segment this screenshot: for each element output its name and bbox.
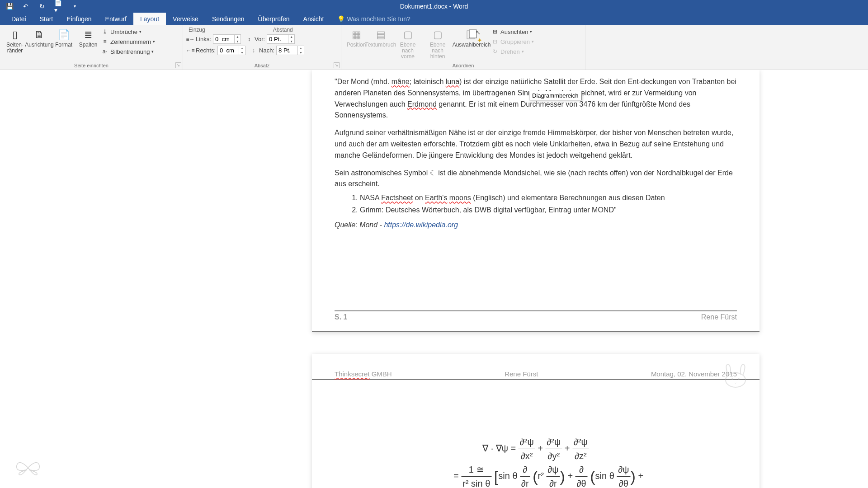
footer-author: Rene Fürst <box>701 313 737 321</box>
group-button: ⊡ Gruppieren ▾ <box>491 38 534 46</box>
group-label: Anordnen <box>341 63 585 68</box>
group-label: Seite einrichten <box>0 63 183 68</box>
align-icon: ⊞ <box>491 28 499 35</box>
tab-datei[interactable]: Datei <box>5 13 33 25</box>
page-1: "Der Mond (mhd. mâne; lateinisch luna) i… <box>312 70 760 332</box>
chevron-down-icon: ▾ <box>522 49 524 54</box>
hyphenation-icon: a- <box>101 48 108 55</box>
chevron-down-icon: ▾ <box>151 49 154 54</box>
breaks-icon: ⤓ <box>101 28 108 35</box>
page-header: Thinksecret GMBH Rene Fürst Montag, 02. … <box>335 370 737 380</box>
document-canvas[interactable]: "Der Mond (mhd. mâne; lateinisch luna) i… <box>0 70 868 488</box>
backward-icon: ▢ <box>430 28 445 42</box>
hyphenation-button[interactable]: a- Silbentrennung ▾ <box>101 47 155 56</box>
group-icon: ⊡ <box>491 38 499 45</box>
tab-einfuegen[interactable]: Einfügen <box>60 13 98 25</box>
spacing-before-icon: ↕ <box>245 36 253 43</box>
numbered-list[interactable]: NASA Factsheet on Earth's moons (Englisc… <box>360 192 737 216</box>
svg-point-2 <box>726 373 745 387</box>
tab-sendungen[interactable]: Sendungen <box>205 13 251 25</box>
lightbulb-icon: 💡 <box>337 15 347 23</box>
align-button[interactable]: ⊞ Ausrichten ▾ <box>491 28 534 36</box>
undo-icon[interactable]: ↶ <box>22 2 30 10</box>
spellcheck-erdmond: Erdmond <box>407 100 437 108</box>
cursor-icon: ↖ <box>476 29 481 36</box>
left-label: Links: <box>196 36 211 42</box>
forward-icon: ▢ <box>401 28 415 42</box>
position-icon: ▦ <box>349 28 363 42</box>
rotate-button: ↻ Drehen ▾ <box>491 47 534 56</box>
bunny-logo-icon <box>720 361 751 388</box>
columns-icon: ≣ <box>81 28 95 42</box>
right-label: Rechts: <box>196 47 216 54</box>
before-label: Vor: <box>255 36 265 42</box>
paragraph-3[interactable]: Sein astronomisches Symbol ☾ ist die abn… <box>335 168 737 190</box>
indent-left-icon: ≡→ <box>187 36 194 43</box>
page-number: S. 1 <box>335 313 347 321</box>
quick-access-toolbar: 💾 ↶ ↻ 📄▾ ▾ <box>0 2 79 10</box>
tell-me[interactable]: 💡 Was möchten Sie tun? <box>330 13 417 25</box>
page-2: Thinksecret GMBH Rene Fürst Montag, 02. … <box>312 354 760 488</box>
indent-title: Einzug <box>189 27 205 33</box>
source-link[interactable]: https://de.wikipedia.org <box>384 221 458 229</box>
line-numbers-button[interactable]: ≡ Zeilennummern ▾ <box>101 38 155 46</box>
chevron-down-icon: ▾ <box>530 29 532 34</box>
page-footer: S. 1 Rene Fürst <box>335 310 737 321</box>
tab-start[interactable]: Start <box>33 13 60 25</box>
qat-customize-icon[interactable]: ▾ <box>71 2 79 10</box>
page-edge <box>312 331 760 332</box>
breaks-button[interactable]: ⤓ Umbrüche ▾ <box>101 28 155 36</box>
spacing-after-input[interactable]: ▲▼ <box>276 46 304 55</box>
tab-verweise[interactable]: Verweise <box>166 13 205 25</box>
chevron-down-icon: ▾ <box>139 29 142 34</box>
group-page-setup: ▯ Seiten- ränder 🗎 Ausrichtung 📄 Format … <box>0 25 183 70</box>
spellcheck-luna: luna <box>446 78 459 85</box>
indent-right-input[interactable]: ▲▼ <box>217 46 245 55</box>
svg-point-3 <box>731 378 733 380</box>
size-icon: 📄 <box>57 28 71 42</box>
group-arrange: ▦ Position ▤ Textumbruch ▢ Ebene nach vo… <box>341 25 585 70</box>
redo-icon[interactable]: ↻ <box>38 2 46 10</box>
tab-layout[interactable]: Layout <box>133 13 166 25</box>
tab-ansicht[interactable]: Ansicht <box>297 13 331 25</box>
indent-right-icon: ←≡ <box>187 47 194 54</box>
window-title: Dokument1.docx - Word <box>400 3 468 10</box>
butterfly-watermark-icon <box>14 456 42 479</box>
chevron-down-icon: ▾ <box>532 39 534 44</box>
save-icon[interactable]: 💾 <box>5 2 14 10</box>
equation-block[interactable]: ∇ · ∇ψ = ∂²ψ∂x² + ∂²ψ∂y² + ∂²ψ∂z² = 1 ≅r… <box>424 435 648 488</box>
spacing-after-icon: ↕ <box>250 47 257 54</box>
margins-icon: ▯ <box>8 28 22 42</box>
dialog-launcher-icon[interactable]: ↘ <box>334 62 340 68</box>
orientation-icon: 🗎 <box>32 28 47 42</box>
list-item: NASA Factsheet on Earth's moons (Englisc… <box>360 192 737 204</box>
svg-point-4 <box>738 378 740 380</box>
chevron-down-icon: ▾ <box>153 39 155 44</box>
tab-ueberpruefen[interactable]: Überprüfen <box>251 13 297 25</box>
sparkle-icon: ✦ <box>477 37 482 44</box>
title-bar: 💾 ↶ ↻ 📄▾ ▾ Dokument1.docx - Word <box>0 0 868 12</box>
line-numbers-icon: ≡ <box>101 38 108 45</box>
list-item: Grimm: Deutsches Wörterbuch, als DWB dig… <box>360 205 737 216</box>
publish-icon[interactable]: 📄▾ <box>54 2 62 10</box>
ribbon: ▯ Seiten- ränder 🗎 Ausrichtung 📄 Format … <box>0 25 868 70</box>
spacing-title: Abstand <box>273 27 293 33</box>
spacing-before-input[interactable]: ▲▼ <box>267 34 295 44</box>
spellcheck-mane: mâne <box>392 78 410 85</box>
wrap-icon: ▤ <box>373 28 388 42</box>
group-paragraph: Einzug Abstand ≡→ Links: ▲▼ ↕ Vor: ▲▼ ←≡ <box>183 25 341 70</box>
tab-entwurf[interactable]: Entwurf <box>99 13 133 25</box>
source-line[interactable]: Quelle: Mond - https://de.wikipedia.org <box>335 220 737 231</box>
paragraph-2[interactable]: Aufgrund seiner verhältnismäßigen Nähe i… <box>335 127 737 161</box>
indent-left-input[interactable]: ▲▼ <box>213 34 241 44</box>
selection-icon: ↖ ✦ <box>464 28 479 42</box>
rotate-icon: ↻ <box>491 48 499 55</box>
header-author: Rene Fürst <box>505 370 538 378</box>
group-label: Absatz <box>183 63 341 68</box>
after-label: Nach: <box>259 47 274 54</box>
spellcheck-thinksecret: Thinksecret <box>335 370 370 378</box>
dialog-launcher-icon[interactable]: ↘ <box>175 62 181 68</box>
tooltip-diagrammbereich: Diagrammbereich <box>529 91 582 100</box>
ribbon-tabs: Datei Start Einfügen Entwurf Layout Verw… <box>0 12 868 25</box>
